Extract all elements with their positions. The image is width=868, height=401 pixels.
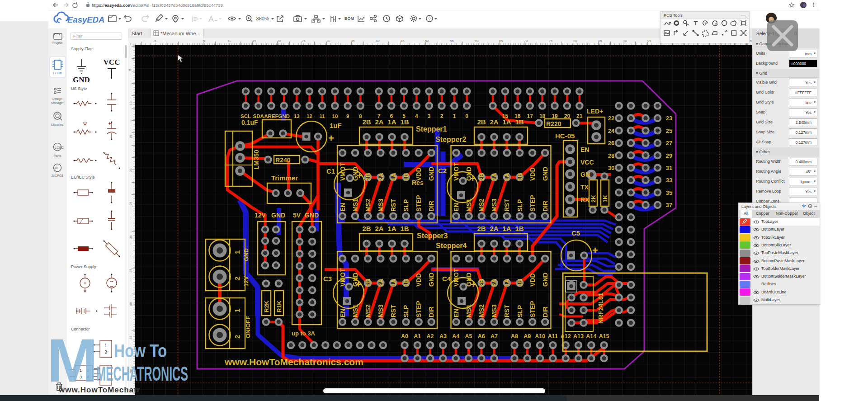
svg-text:24: 24 [608, 127, 615, 134]
svg-text:GND: GND [542, 273, 549, 287]
svg-text:+: + [328, 132, 334, 144]
svg-text:up to 3A: up to 3A [292, 330, 316, 337]
svg-text:Project: Project [52, 41, 62, 45]
svg-text:12: 12 [307, 113, 312, 119]
svg-text:EN: EN [453, 309, 460, 317]
svg-text:A10: A10 [535, 333, 545, 340]
svg-text:HC-05: HC-05 [555, 132, 575, 140]
svg-text:AREF: AREF [264, 113, 278, 119]
svg-text:2B: 2B [477, 118, 486, 126]
svg-text:1B: 1B [400, 225, 409, 232]
svg-text:EN: EN [339, 309, 346, 317]
svg-text:Res: Res [412, 179, 424, 186]
svg-text:23: 23 [666, 115, 672, 122]
svg-text:Supply Flag: Supply Flag [71, 47, 93, 51]
svg-text:JLCPCB: JLCPCB [52, 174, 64, 177]
svg-text:A13: A13 [573, 333, 584, 340]
svg-text:RST: RST [390, 199, 397, 212]
svg-text:1A: 1A [503, 278, 510, 287]
svg-text:DIR: DIR [542, 201, 549, 212]
svg-text:GND: GND [271, 212, 285, 219]
svg-text:Stepper3: Stepper3 [417, 232, 448, 240]
svg-text:SLP: SLP [402, 199, 410, 212]
svg-text:Stepper2: Stepper2 [435, 136, 467, 143]
svg-text:1B: 1B [516, 173, 524, 181]
svg-text:8: 8 [359, 113, 362, 119]
svg-text:MS3: MS3 [491, 304, 498, 317]
svg-text:1A: 1A [502, 225, 511, 232]
svg-text:VDD: VDD [529, 167, 536, 181]
svg-text:A9: A9 [524, 333, 531, 340]
svg-text:22: 22 [608, 115, 614, 122]
svg-text:11: 11 [320, 113, 326, 119]
svg-text:2B: 2B [364, 278, 372, 287]
svg-text:1B: 1B [516, 278, 524, 287]
svg-text:MS1: MS1 [352, 304, 359, 317]
svg-text:19: 19 [552, 113, 558, 119]
svg-text:Parts: Parts [54, 154, 61, 157]
svg-text:2A: 2A [375, 118, 383, 126]
svg-text:DIR: DIR [542, 307, 549, 317]
svg-text:RST: RST [390, 305, 397, 317]
svg-text:12V: 12V [243, 276, 250, 287]
svg-text:MS3: MS3 [491, 198, 498, 212]
svg-text:LCSC: LCSC [55, 146, 64, 150]
svg-text:EELib: EELib [53, 71, 62, 75]
svg-text:EN: EN [453, 203, 460, 212]
svg-text:SLP: SLP [402, 305, 410, 317]
svg-text:VMOT: VMOT [339, 162, 346, 181]
svg-text:2K: 2K [590, 195, 597, 203]
svg-text:R1K: R1K [276, 300, 283, 312]
svg-text:MS2: MS2 [364, 198, 372, 212]
svg-text:VMOT: VMOT [453, 162, 460, 181]
svg-text:A5: A5 [465, 333, 472, 340]
svg-text:33: 33 [666, 177, 672, 184]
svg-text:SLP: SLP [516, 199, 524, 212]
svg-text:MS1: MS1 [465, 198, 472, 212]
svg-text:VDD: VDD [415, 273, 422, 287]
svg-text:A1: A1 [414, 333, 421, 340]
svg-text:Manager: Manager [51, 101, 64, 105]
svg-text:2B: 2B [477, 225, 486, 232]
svg-text:VCC: VCC [580, 159, 594, 166]
svg-text:GND: GND [73, 75, 90, 84]
svg-text:?: ? [428, 16, 430, 21]
svg-text:A12: A12 [561, 333, 571, 340]
svg-text:MS3: MS3 [377, 304, 384, 317]
svg-text:A3: A3 [439, 333, 447, 340]
svg-text:US Style: US Style [71, 86, 87, 91]
svg-text:RST: RST [503, 199, 510, 212]
svg-text:2B: 2B [362, 225, 371, 232]
svg-text:25: 25 [666, 127, 672, 134]
svg-text:A6: A6 [478, 333, 485, 340]
svg-text:17: 17 [527, 113, 533, 119]
svg-text:C1: C1 [326, 167, 335, 175]
svg-text:9: 9 [346, 113, 349, 119]
svg-text:NRF24L01: NRF24L01 [597, 292, 604, 324]
svg-text:STEP: STEP [529, 195, 536, 212]
svg-text:1: 1 [453, 113, 456, 119]
svg-text:1: 1 [233, 250, 241, 254]
svg-text:MS1: MS1 [465, 304, 472, 317]
svg-text:2: 2 [104, 350, 107, 355]
svg-text:EU/IEC Style: EU/IEC Style [71, 175, 95, 179]
svg-text:2: 2 [440, 113, 443, 119]
svg-text:27: 27 [666, 140, 672, 146]
svg-text:2B: 2B [478, 173, 485, 181]
svg-text:EasyEDA: EasyEDA [67, 15, 104, 24]
svg-text:STEP: STEP [415, 195, 422, 212]
svg-text:2B: 2B [362, 118, 371, 126]
svg-text:MS2: MS2 [478, 198, 485, 212]
svg-text:+: + [470, 174, 476, 184]
svg-text:28: 28 [608, 152, 614, 159]
svg-text:1A: 1A [390, 278, 397, 287]
svg-text:LM350: LM350 [253, 150, 260, 170]
svg-text:2A: 2A [377, 278, 384, 287]
svg-text:10: 10 [332, 113, 338, 119]
svg-text:C3: C3 [323, 275, 332, 283]
svg-text:2B: 2B [364, 173, 372, 181]
svg-text:MS3: MS3 [377, 198, 384, 212]
svg-text:2A: 2A [491, 173, 498, 181]
svg-text:C2: C2 [438, 167, 447, 175]
svg-text:C5: C5 [571, 229, 580, 237]
